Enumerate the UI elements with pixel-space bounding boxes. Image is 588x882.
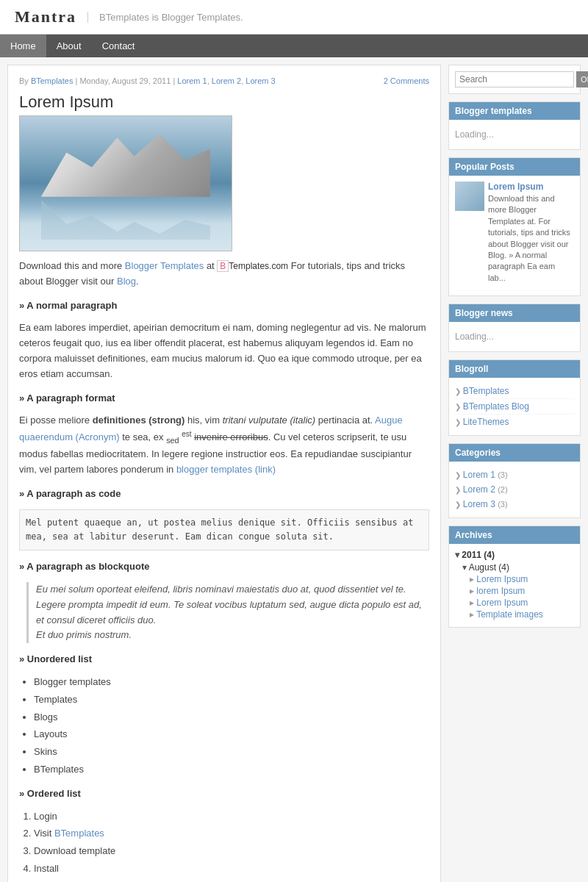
blockquote-header: » A paragraph as blockquote	[19, 559, 429, 575]
blogger-templates-link2[interactable]: blogger templates (link)	[176, 464, 276, 475]
nav-about[interactable]: About	[46, 35, 92, 57]
list-item: Layouts	[34, 727, 429, 742]
btemplates-ordered-link[interactable]: BTemplates	[54, 828, 104, 839]
post-1-author[interactable]: BTemplates	[31, 76, 73, 85]
blogroll-link[interactable]: BTemplates	[463, 386, 509, 396]
site-tagline: BTemplates is Blogger Templates.	[87, 12, 243, 23]
popular-post-item: Lorem Ipsum Download this and more Blogg…	[455, 182, 574, 284]
site-title: Mantra	[15, 7, 76, 26]
blogroll-link[interactable]: BTemplates Blog	[463, 401, 529, 412]
sidebar: OK Blogger templates Loading... Popular …	[448, 65, 581, 882]
list-item: Skins	[34, 745, 429, 760]
category-link[interactable]: Lorem 3	[463, 499, 495, 509]
blogger-templates-link[interactable]: Blogger Templates	[125, 260, 204, 271]
nav-bar: Home About Contact	[0, 35, 588, 57]
category-item: Lorem 1 (3)	[455, 467, 574, 482]
post-1-meta-left: By BTemplates | Monday, August 29, 2011 …	[19, 76, 276, 85]
post-1-meta: By BTemplates | Monday, August 29, 2011 …	[19, 76, 429, 85]
blogger-templates-header: Blogger templates	[449, 102, 580, 120]
categories-header: Categories	[449, 444, 580, 462]
nav-home[interactable]: Home	[0, 35, 46, 57]
categories-list: Lorem 1 (3) Lorem 2 (2) Lorem 3 (3)	[455, 467, 574, 512]
list-item: Enjoy!	[34, 879, 429, 882]
list-item: Blogger templates	[34, 675, 429, 690]
blogroll-item: LiteThemes	[455, 415, 574, 429]
post-1-title: Lorem Ipsum	[19, 93, 429, 112]
list-item: BTemplates	[34, 762, 429, 778]
popular-post-content: Lorem Ipsum Download this and more Blogg…	[488, 182, 574, 284]
blockquote-1: Eu mei solum oporteat eleifend, libris n…	[26, 582, 429, 643]
category-count: (3)	[498, 500, 507, 509]
archives-year[interactable]: 2011 (4)	[455, 550, 574, 560]
post-1-comments[interactable]: 2 Comments	[384, 76, 429, 85]
category-count: (2)	[498, 485, 507, 494]
ordered-list: Login Visit BTemplates Download template…	[34, 809, 429, 882]
popular-post-excerpt: Download this and more Blogger Templates…	[488, 193, 574, 284]
blogger-news-loading: Loading...	[455, 328, 574, 345]
post-1: By BTemplates | Monday, August 29, 2011 …	[19, 76, 429, 882]
blogroll-item: BTemplates	[455, 384, 574, 399]
list-item: Blogs	[34, 710, 429, 725]
list-item: Install	[34, 861, 429, 877]
archives-post-link[interactable]: Template images	[470, 609, 574, 620]
popular-post-thumb	[455, 182, 484, 211]
blogroll-widget: Blogroll BTemplates BTemplates Blog Lite…	[448, 359, 581, 436]
code-block: Mel putent quaeque an, ut postea melius …	[19, 509, 429, 551]
post-1-image	[19, 115, 232, 251]
category-link[interactable]: Lorem 2	[463, 484, 495, 495]
btemplates-url[interactable]: BTemplates.com	[217, 260, 290, 271]
blogroll-list: BTemplates BTemplates Blog LiteThemes	[455, 384, 574, 429]
blog-link[interactable]: Blog	[117, 276, 136, 287]
popular-posts-header: Popular Posts	[449, 158, 580, 176]
blogroll-header: Blogroll	[449, 360, 580, 378]
list-item: Templates	[34, 692, 429, 708]
format-para: Ei posse meliore definitiones (strong) h…	[19, 413, 429, 478]
popular-post-title-link[interactable]: Lorem Ipsum	[488, 182, 574, 192]
post-1-tags: Lorem 1, Lorem 2, Lorem 3	[177, 76, 275, 85]
categories-widget: Categories Lorem 1 (3) Lorem 2 (2) Lorem…	[448, 443, 581, 518]
archives-month[interactable]: August (4)	[462, 562, 574, 573]
category-item: Lorem 2 (2)	[455, 482, 574, 497]
post-1-body: Download this and more Blogger Templates…	[19, 259, 429, 882]
blogroll-item: BTemplates Blog	[455, 399, 574, 415]
blogger-news-header: Blogger news	[449, 304, 580, 322]
list-item: Visit BTemplates	[34, 826, 429, 842]
format-header: » A paragraph format	[19, 391, 429, 406]
search-input[interactable]	[455, 71, 574, 87]
post-1-date: Monday, August 29, 2011	[79, 76, 171, 85]
archives-post-link[interactable]: Lorem Ipsum	[470, 574, 574, 584]
blogger-news-widget: Blogger news Loading...	[448, 304, 581, 352]
download-text: Download this and more	[19, 260, 122, 271]
archives-header: Archives	[449, 526, 580, 544]
blogger-templates-loading: Loading...	[455, 126, 574, 143]
ordered-header: » Ordered list	[19, 786, 429, 802]
archives-post-link[interactable]: Lorem Ipsum	[470, 598, 574, 608]
category-count: (3)	[498, 470, 507, 479]
search-form: OK	[455, 71, 574, 87]
normal-para: Ea eam labores imperdiet, apeirian democ…	[19, 320, 429, 381]
code-header: » A paragraph as code	[19, 487, 429, 502]
unordered-list: Blogger templates Templates Blogs Layout…	[34, 675, 429, 778]
category-link[interactable]: Lorem 1	[463, 470, 495, 480]
list-item: Download template	[34, 844, 429, 859]
popular-posts-widget: Popular Posts Lorem Ipsum Download this …	[448, 157, 581, 296]
normal-para-header: » A normal paragraph	[19, 298, 429, 314]
search-widget: OK	[448, 65, 581, 94]
category-item: Lorem 3 (3)	[455, 497, 574, 512]
nav-contact[interactable]: Contact	[92, 35, 146, 57]
search-button[interactable]: OK	[576, 71, 588, 87]
archives-widget: Archives 2011 (4) August (4) Lorem Ipsum…	[448, 526, 581, 628]
archives-post-link[interactable]: lorem Ipsum	[470, 586, 574, 596]
blogroll-link[interactable]: LiteThemes	[463, 417, 509, 427]
blogger-templates-widget: Blogger templates Loading...	[448, 101, 581, 150]
list-item: Login	[34, 809, 429, 825]
unordered-header: » Unordered list	[19, 652, 429, 667]
